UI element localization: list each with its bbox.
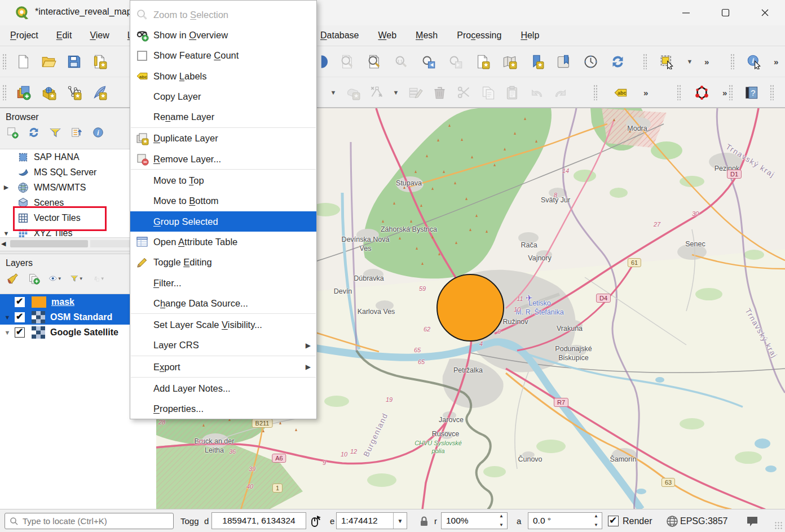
undo-button[interactable] (528, 84, 545, 101)
context-menu-item-add-layer-notes[interactable]: Add Layer Notes... (130, 378, 316, 398)
expander-down-icon[interactable]: ▼ (0, 230, 12, 237)
context-menu-item-remove-layer[interactable]: Remove Layer... (130, 149, 316, 169)
layer-labeling-options-button[interactable]: abc (612, 84, 629, 101)
menu-web[interactable]: Web (378, 30, 397, 41)
context-menu-item-rename-layer[interactable]: Rename Layer (130, 107, 316, 127)
check-geometries-button[interactable] (693, 84, 710, 101)
context-menu-item-move-to-bottom[interactable]: Move to Bottom (130, 191, 316, 211)
render-checkbox[interactable] (608, 516, 619, 526)
rotation-spinbox[interactable]: 0.0 ° ▲▼ (528, 512, 602, 529)
context-menu-item-duplicate-layer[interactable]: Duplicate Layer (130, 128, 316, 149)
chevron-down-icon[interactable]: ▼ (393, 513, 407, 529)
menu-edit[interactable]: Edit (56, 30, 72, 41)
filter-by-expression-button[interactable]: ε▼ (91, 272, 105, 285)
chevron-down-icon[interactable]: ▼ (686, 58, 693, 65)
scroll-left-arrow-icon[interactable]: ◀ (1, 240, 6, 247)
toolbar-overflow-button[interactable]: » (643, 88, 647, 97)
lock-scale-icon[interactable] (417, 509, 431, 532)
new-geopackage-layer-button[interactable] (40, 84, 57, 101)
add-group-button[interactable] (27, 272, 41, 285)
toolbar-grip[interactable] (730, 54, 734, 69)
select-features-button[interactable] (658, 53, 675, 70)
open-data-source-manager-button[interactable] (15, 84, 32, 101)
expander-down-icon[interactable]: ▼ (0, 314, 15, 321)
zoom-to-layer-button[interactable] (365, 53, 382, 70)
window-resize-grip[interactable] (774, 521, 783, 530)
new-map-view-button[interactable] (474, 53, 491, 70)
context-menu-item-copy-layer[interactable]: Copy Layer (130, 86, 316, 107)
add-selected-layers-button[interactable] (6, 126, 19, 139)
crs-status[interactable]: EPSG:3857 (680, 509, 728, 532)
zoom-full-button[interactable] (338, 53, 355, 70)
spin-arrows-icon[interactable]: ▲▼ (592, 514, 601, 527)
chevron-down-icon[interactable]: ▼ (392, 89, 399, 96)
layer-visibility-checkbox[interactable] (15, 312, 25, 322)
magnifier-spinbox[interactable]: 100% ▲▼ (441, 512, 508, 529)
context-menu-item-open-attribute-table[interactable]: Open Attribute Table (130, 232, 316, 252)
spin-arrows-icon[interactable]: ▲▼ (497, 514, 506, 527)
help-contents-button[interactable]: ? (743, 84, 760, 101)
menu-database[interactable]: Database (320, 30, 359, 41)
manage-map-themes-button[interactable]: ▼ (48, 272, 62, 285)
open-layer-styling-button[interactable] (6, 272, 19, 285)
layer-visibility-checkbox[interactable] (15, 297, 25, 307)
menu-help[interactable]: Help (521, 30, 539, 41)
toolbar-overflow-button[interactable]: » (774, 57, 778, 66)
context-menu-item-move-to-top[interactable]: Move to Top (130, 170, 316, 190)
toolbar-grip[interactable] (2, 85, 6, 100)
paste-features-button[interactable] (504, 84, 521, 101)
toolbar-grip[interactable] (2, 54, 6, 69)
coordinate-input[interactable]: 1859471, 6134324 (211, 512, 306, 529)
new-shapefile-layer-button[interactable] (65, 84, 82, 101)
expander-down-icon[interactable]: ▼ (0, 329, 15, 336)
close-button[interactable] (747, 0, 783, 25)
context-menu-item-layer-crs[interactable]: Layer CRS▶ (130, 335, 316, 356)
digitize-with-shape-button[interactable] (344, 84, 361, 101)
copy-features-button[interactable] (479, 84, 496, 101)
zoom-native-button[interactable]: 1:1 (392, 53, 409, 70)
menu-mesh[interactable]: Mesh (416, 30, 438, 41)
context-menu-item-properties[interactable]: Properties... (130, 399, 316, 419)
zoom-next-button[interactable] (447, 53, 464, 70)
redo-button[interactable] (552, 84, 569, 101)
save-project-button[interactable] (65, 53, 82, 70)
toolbar-overflow-button[interactable]: » (704, 57, 708, 66)
scrollbar-thumb[interactable] (10, 240, 88, 247)
toolbar-grip[interactable] (729, 85, 733, 100)
menu-view[interactable]: View (90, 30, 109, 41)
context-menu-item-change-data-source[interactable]: Change Data Source... (130, 293, 316, 313)
context-menu-item-filter[interactable]: Filter... (130, 273, 316, 293)
new-3d-map-view-button[interactable] (501, 53, 518, 70)
expander-right-icon[interactable]: ▶ (0, 184, 12, 191)
new-print-layout-button[interactable] (91, 53, 108, 70)
zoom-last-button[interactable] (420, 53, 436, 70)
chevron-down-icon[interactable]: ▼ (330, 89, 337, 96)
scale-combobox[interactable]: 1:474412 ▼ (336, 512, 407, 529)
layer-visibility-checkbox[interactable] (15, 327, 25, 338)
collapse-all-button[interactable] (70, 126, 83, 139)
minimize-button[interactable] (668, 0, 704, 25)
filter-browser-button[interactable] (48, 126, 62, 139)
filter-legend-button[interactable]: ▼ (70, 272, 83, 285)
new-spatial-bookmark-button[interactable] (528, 53, 545, 70)
context-menu-item-set-layer-scale-visibility[interactable]: Set Layer Scale Visibility... (130, 314, 316, 335)
modify-attributes-button[interactable] (407, 84, 424, 101)
open-project-button[interactable] (40, 53, 57, 70)
toolbar-grip[interactable] (770, 85, 774, 100)
identify-features-button[interactable]: i (746, 53, 762, 70)
maximize-button[interactable] (707, 0, 743, 25)
toolbar-grip[interactable] (677, 85, 681, 100)
mouse-position-icon[interactable] (309, 509, 323, 532)
menu-processing[interactable]: Processing (457, 30, 501, 41)
context-menu-item-show-labels[interactable]: abcShow Labels (130, 66, 316, 86)
show-spatial-bookmarks-button[interactable] (555, 53, 572, 70)
vertex-tool-button[interactable] (368, 84, 385, 101)
new-spatialite-layer-button[interactable] (91, 84, 108, 101)
temporal-controller-button[interactable] (582, 53, 599, 70)
properties-widget-button[interactable]: i (91, 126, 105, 139)
context-menu-item-show-feature-count[interactable]: Show Feature Count (130, 46, 316, 66)
toolbar-overflow-button[interactable]: » (722, 88, 726, 97)
menu-project[interactable]: Project (10, 30, 38, 41)
toolbar-grip[interactable] (643, 54, 647, 69)
cut-features-button[interactable] (455, 84, 472, 101)
